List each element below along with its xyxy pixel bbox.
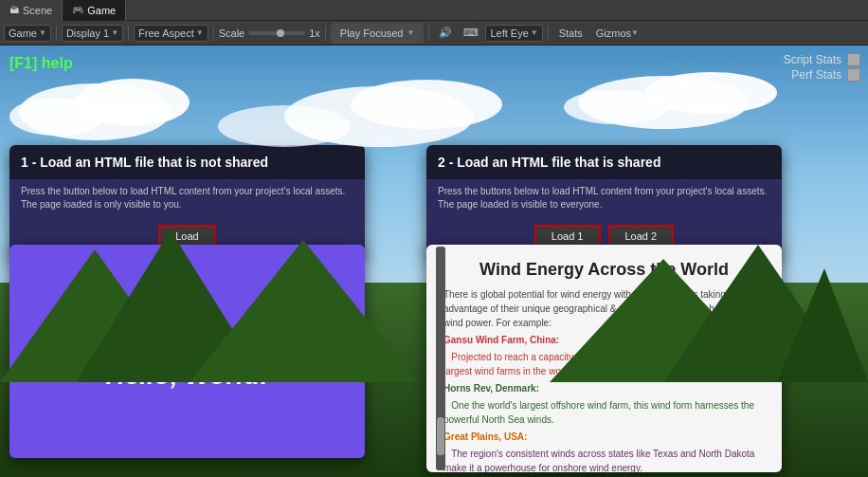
stats-panel: Script Stats Perf Stats	[784, 53, 860, 82]
mountains-svg	[0, 193, 868, 382]
perf-stats-row: Perf Stats	[791, 68, 860, 82]
toolbar-divider2	[128, 26, 129, 41]
svg-point-2	[9, 98, 104, 136]
play-focused-button[interactable]: Play Focused ▼	[331, 23, 425, 44]
scale-slider[interactable]	[248, 31, 305, 35]
volume-icon: 🔊	[439, 27, 452, 39]
plains-title: Great Plains, USA:	[443, 430, 765, 444]
scroll-thumb[interactable]	[437, 417, 444, 455]
left-eye-label: Left Eye	[490, 28, 528, 39]
display-chevron-icon: ▼	[111, 28, 118, 37]
perf-stats-label: Perf Stats	[791, 68, 841, 82]
scale-value: 1x	[309, 28, 320, 39]
left-eye-dropdown[interactable]: Left Eye ▼	[485, 25, 542, 42]
game-viewport: [F1] help Script Stats Perf Stats 1 - Lo…	[0, 46, 868, 477]
display-label: Display 1	[66, 28, 109, 39]
gizmos-label: Gizmos	[596, 28, 631, 39]
svg-point-5	[564, 90, 668, 124]
scale-label: Scale	[219, 28, 245, 39]
scrollbar[interactable]	[436, 247, 445, 470]
gizmos-button[interactable]: Gizmos ▼	[590, 23, 644, 44]
game-dropdown[interactable]: Game ▼	[4, 25, 51, 42]
stats-button[interactable]: Stats	[553, 23, 588, 44]
toolbar-divider6	[548, 26, 549, 41]
svg-point-8	[218, 105, 351, 147]
aspect-dropdown[interactable]: Free Aspect ▼	[134, 25, 208, 42]
scene-icon: 🏔	[9, 5, 19, 15]
tab-game-label: Game	[87, 5, 116, 16]
volume-button[interactable]: 🔊	[434, 24, 457, 43]
f1-help-text: [F1] help	[9, 55, 73, 72]
perf-stats-checkbox[interactable]	[847, 68, 860, 82]
svg-marker-11	[190, 240, 417, 382]
play-focused-label: Play Focused	[340, 28, 404, 39]
display-dropdown[interactable]: Display 1 ▼	[62, 25, 123, 42]
tab-bar: 🏔 Scene 🎮 Game	[0, 0, 868, 21]
left-eye-chevron-icon: ▼	[531, 28, 538, 37]
aspect-chevron-icon: ▼	[196, 28, 204, 37]
plains-detail: The region's consistent winds across sta…	[443, 447, 765, 472]
tab-scene-label: Scene	[23, 5, 52, 16]
horns-detail: One the world's largest offshore wind fa…	[443, 398, 765, 427]
script-stats-checkbox[interactable]	[847, 53, 860, 66]
keyboard-icon: ⌨	[463, 27, 479, 39]
tab-game[interactable]: 🎮 Game	[63, 0, 126, 21]
game-chevron-icon: ▼	[39, 28, 46, 37]
play-focused-chevron-icon: ▼	[407, 28, 415, 37]
script-stats-row: Script Stats	[784, 53, 860, 66]
gizmos-chevron-icon: ▼	[631, 28, 639, 37]
toolbar-divider3	[213, 26, 214, 41]
scale-section: Scale 1x	[219, 28, 320, 39]
toolbar-divider	[56, 26, 57, 41]
svg-point-7	[351, 80, 502, 129]
script-stats-label: Script Stats	[784, 53, 841, 66]
stats-label: Stats	[559, 28, 583, 39]
toolbar-divider5	[428, 26, 429, 41]
keyboard-button[interactable]: ⌨	[459, 24, 483, 43]
toolbar-divider4	[325, 26, 326, 41]
aspect-label: Free Aspect	[138, 28, 194, 39]
game-icon: 🎮	[72, 5, 83, 15]
toolbar: Game ▼ Display 1 ▼ Free Aspect ▼ Scale 1…	[0, 21, 868, 46]
horns-title: Horns Rev, Denmark:	[443, 381, 765, 395]
tab-scene[interactable]: 🏔 Scene	[0, 0, 63, 21]
game-label: Game	[9, 28, 37, 39]
